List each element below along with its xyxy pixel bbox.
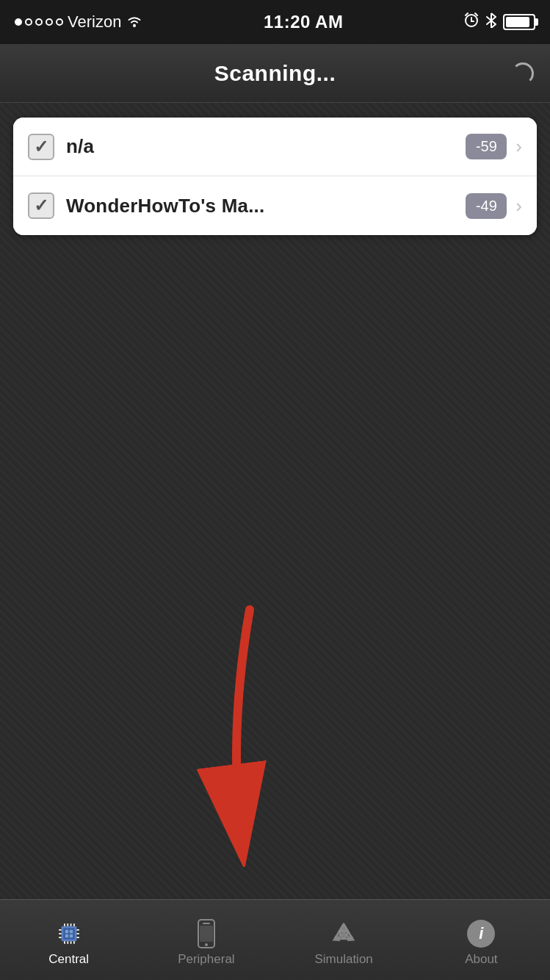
- svg-line-5: [475, 13, 477, 15]
- device-list: ✓ n/a -59 › ✓ WonderHowTo's Ma... -49 ›: [13, 118, 537, 235]
- main-content: ✓ n/a -59 › ✓ WonderHowTo's Ma... -49 ›: [0, 103, 550, 899]
- status-right: [463, 12, 535, 32]
- signal-dot-5: [56, 18, 63, 26]
- status-left: Verizon: [15, 12, 143, 32]
- alarm-icon: [463, 12, 480, 32]
- signal-dot-4: [46, 18, 53, 26]
- tab-peripheral[interactable]: Peripheral: [137, 900, 275, 980]
- phone-icon: [192, 920, 220, 948]
- device-2-checkbox[interactable]: ✓: [28, 192, 54, 219]
- svg-line-4: [466, 13, 468, 15]
- tab-central[interactable]: Central: [0, 900, 137, 980]
- tab-central-label: Central: [48, 952, 89, 967]
- svg-rect-23: [65, 929, 68, 932]
- loading-spinner: [512, 62, 534, 84]
- checkmark-icon-1: ✓: [34, 138, 48, 156]
- tab-simulation[interactable]: Simulation: [275, 900, 413, 980]
- svg-point-29: [205, 943, 208, 946]
- device-1-rssi: -59: [466, 134, 507, 159]
- signal-dots: [15, 18, 63, 26]
- device-2-name: WonderHowTo's Ma...: [66, 195, 466, 217]
- tab-about[interactable]: i About: [413, 900, 550, 980]
- svg-rect-8: [63, 928, 75, 940]
- signal-dot-3: [35, 18, 43, 26]
- tab-bar: Central Peripheral: [0, 899, 550, 980]
- nav-bar: Scanning...: [0, 44, 550, 103]
- recycle-icon: [330, 920, 358, 948]
- cpu-icon: [55, 920, 83, 948]
- device-1-checkbox[interactable]: ✓: [28, 134, 54, 160]
- wifi-icon: [126, 13, 143, 32]
- svg-point-0: [133, 24, 136, 27]
- svg-rect-30: [200, 926, 213, 942]
- bluetooth-icon: [485, 12, 497, 32]
- status-time: 11:20 AM: [264, 12, 343, 32]
- tab-about-label: About: [465, 952, 497, 967]
- page-title: Scanning...: [214, 61, 336, 86]
- status-bar: Verizon 11:20 AM: [0, 0, 550, 44]
- device-2-rssi: -49: [466, 193, 507, 219]
- signal-dot-2: [25, 18, 32, 26]
- carrier-label: Verizon: [68, 12, 121, 32]
- device-item-2[interactable]: ✓ WonderHowTo's Ma... -49 ›: [13, 176, 537, 235]
- device-item-1[interactable]: ✓ n/a -59 ›: [13, 118, 537, 176]
- svg-rect-24: [69, 929, 72, 932]
- info-icon: i: [467, 920, 495, 948]
- battery-icon: [503, 14, 535, 30]
- chevron-icon-1: ›: [515, 135, 522, 158]
- tab-simulation-label: Simulation: [314, 952, 372, 967]
- svg-rect-25: [65, 934, 68, 937]
- chevron-icon-2: ›: [515, 195, 522, 217]
- checkmark-icon-2: ✓: [34, 197, 48, 215]
- device-1-name: n/a: [66, 135, 466, 158]
- tab-peripheral-label: Peripheral: [178, 952, 235, 967]
- svg-rect-26: [69, 934, 72, 937]
- signal-dot-1: [15, 18, 22, 26]
